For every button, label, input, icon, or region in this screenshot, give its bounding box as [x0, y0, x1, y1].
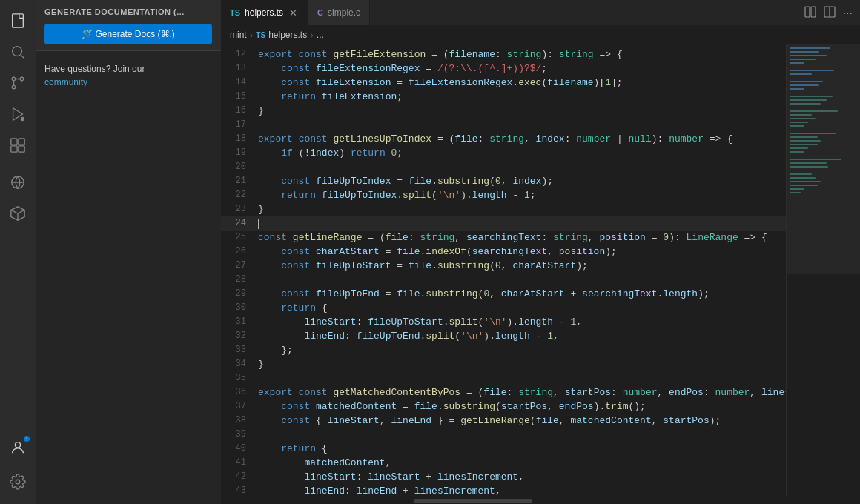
settings-icon[interactable] — [3, 467, 33, 497]
minimap[interactable] — [786, 44, 860, 497]
split-editor-icon[interactable] — [824, 6, 836, 21]
code-line-42: 42 lineStart: lineStart + linesIncrement… — [221, 470, 786, 484]
svg-rect-18 — [811, 7, 816, 17]
breadcrumb-sep2: › — [310, 29, 314, 41]
notification-badge: 1 — [24, 436, 30, 442]
code-line-41: 41 matchedContent, — [221, 456, 786, 470]
more-actions-icon[interactable]: ··· — [843, 7, 853, 20]
activity-bar: 1 — [0, 0, 36, 504]
community-link[interactable]: community — [44, 77, 87, 87]
code-line-40: 40 return { — [221, 442, 786, 456]
breadcrumb-dots: ... — [317, 30, 324, 40]
package-icon[interactable] — [3, 199, 33, 228]
extensions-icon[interactable] — [3, 130, 33, 160]
svg-rect-8 — [11, 139, 17, 145]
code-line-18: 18 export const getLinesUpToIndex = (fil… — [221, 132, 786, 146]
breadcrumb-mint: mint — [230, 30, 247, 40]
tabs-bar: TS helpers.ts ✕ C simple.c ··· — [221, 0, 860, 26]
code-line-19: 19 if (!index) return 0; — [221, 146, 786, 160]
svg-rect-10 — [11, 146, 17, 152]
code-line-38: 38 const { lineStart, lineEnd } = getLin… — [221, 414, 786, 428]
code-line-29: 29 const fileUpToEnd = file.substring(0,… — [221, 287, 786, 301]
sidebar-title: GENERATE DOCUMENTATION (... — [44, 7, 212, 16]
run-debug-icon[interactable] — [3, 99, 33, 129]
code-line-34: 34 } — [221, 357, 786, 371]
code-line-31: 31 lineStart: fileUpToStart.split('\n').… — [221, 315, 786, 329]
breadcrumb-filename: helpers.ts — [268, 30, 307, 40]
tab-label-helpers: helpers.ts — [245, 7, 283, 18]
code-line-35: 35 — [221, 371, 786, 385]
editor-top-icons: ··· — [804, 0, 853, 26]
svg-rect-17 — [805, 7, 810, 17]
code-line-43: 43 lineEnd: lineEnd + linesIncrement, — [221, 484, 786, 497]
svg-point-3 — [12, 77, 16, 81]
editor-area: TS helpers.ts ✕ C simple.c ··· — [221, 0, 860, 504]
editor-content: 12 export const getFileExtension = (file… — [221, 44, 860, 497]
svg-rect-54 — [787, 44, 860, 274]
code-line-25: 25 const getLineRange = (file: string, s… — [221, 231, 786, 245]
code-line-15: 15 return fileExtension; — [221, 90, 786, 104]
svg-rect-9 — [19, 139, 24, 145]
activity-bar-bottom: 1 — [3, 433, 33, 504]
code-line-14: 14 const fileExtension = fileExtensionRe… — [221, 76, 786, 90]
code-editor[interactable]: 12 export const getFileExtension = (file… — [221, 44, 786, 497]
minimap-svg — [787, 44, 860, 497]
code-line-30: 30 return { — [221, 301, 786, 315]
breadcrumb: mint › TS helpers.ts › ... — [221, 26, 860, 44]
svg-line-2 — [21, 55, 24, 58]
code-line-17: 17 — [221, 118, 786, 132]
code-line-20: 20 — [221, 160, 786, 174]
code-line-36: 36 export const getMatchedContentByPos =… — [221, 385, 786, 399]
open-editors-icon[interactable] — [804, 6, 816, 21]
files-icon[interactable] — [3, 6, 33, 36]
svg-point-5 — [12, 85, 16, 89]
code-line-37: 37 const matchedContent = file.substring… — [221, 399, 786, 414]
source-control-icon[interactable] — [3, 68, 33, 98]
svg-rect-11 — [19, 146, 24, 152]
svg-point-16 — [16, 480, 20, 484]
code-line-27: 27 const fileUpToStart = file.substring(… — [221, 259, 786, 273]
c-icon: C — [317, 8, 323, 17]
code-line-16: 16 } — [221, 104, 786, 118]
tab-label-simple: simple.c — [328, 7, 360, 18]
svg-point-15 — [15, 442, 20, 448]
tab-simple-c[interactable]: C simple.c — [308, 0, 370, 25]
tab-close-helpers[interactable]: ✕ — [288, 8, 299, 18]
code-line-33: 33 }; — [221, 343, 786, 357]
svg-point-1 — [13, 47, 22, 56]
breadcrumb-sep1: › — [250, 29, 254, 41]
breadcrumb-ts-icon: TS — [256, 31, 265, 39]
ts-icon: TS — [230, 8, 240, 17]
sidebar: GENERATE DOCUMENTATION (... 🪄 Generate D… — [36, 0, 221, 504]
scrollbar-thumb[interactable] — [414, 499, 532, 503]
svg-rect-0 — [13, 14, 24, 27]
sidebar-help-text: Have questions? Join our — [44, 64, 145, 74]
code-line-39: 39 — [221, 428, 786, 442]
search-icon[interactable] — [3, 37, 33, 67]
code-line-24: 24 — [221, 216, 786, 231]
editor-horizontal-scrollbar[interactable] — [221, 497, 860, 504]
sidebar-content: Have questions? Join our community — [36, 51, 221, 99]
code-line-12: 12 export const getFileExtension = (file… — [221, 47, 786, 62]
code-line-21: 21 const fileUpToIndex = file.substring(… — [221, 174, 786, 188]
svg-point-7 — [21, 117, 24, 122]
code-line-26: 26 const charAtStart = file.indexOf(sear… — [221, 245, 786, 259]
code-line-28: 28 — [221, 273, 786, 287]
code-line-32: 32 lineEnd: fileUpToEnd.split('\n').leng… — [221, 329, 786, 343]
code-line-13: 13 const fileExtensionRegex = /(?:\\.([^… — [221, 62, 786, 76]
tab-helpers-ts[interactable]: TS helpers.ts ✕ — [221, 0, 308, 25]
account-icon[interactable]: 1 — [3, 433, 33, 462]
code-line-22: 22 return fileUpToIndex.split('\n').leng… — [221, 188, 786, 202]
globe-icon[interactable] — [3, 168, 33, 197]
sidebar-header: GENERATE DOCUMENTATION (... 🪄 Generate D… — [36, 0, 221, 51]
generate-docs-button[interactable]: 🪄 Generate Docs (⌘.) — [44, 24, 212, 44]
code-line-23: 23 } — [221, 202, 786, 216]
